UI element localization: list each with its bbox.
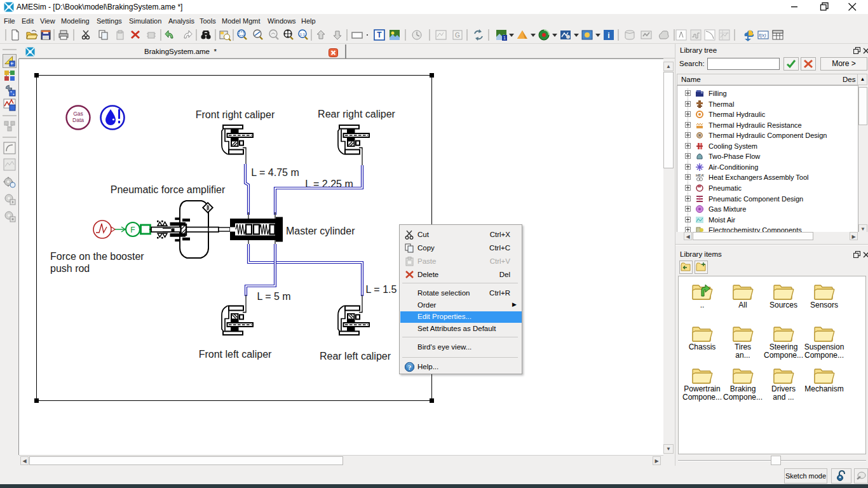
- svg-text:Rear right caliper: Rear right caliper: [318, 109, 396, 119]
- svg-text:Front right caliper: Front right caliper: [196, 109, 275, 120]
- svg-text:L = 5 m: L = 5 m: [257, 291, 290, 302]
- svg-text:F: F: [130, 226, 135, 234]
- svg-text:L = 4.75 m: L = 4.75 m: [251, 167, 299, 178]
- svg-text:Rear left caliper: Rear left caliper: [320, 351, 391, 362]
- svg-text:T: T: [377, 30, 382, 39]
- svg-text:push rod: push rod: [50, 263, 90, 274]
- svg-text:?: ?: [408, 363, 412, 371]
- svg-text:Data: Data: [72, 117, 84, 123]
- svg-text:L = 1.5: L = 1.5: [366, 284, 397, 295]
- svg-text:Force on the booster: Force on the booster: [50, 251, 144, 262]
- svg-text:i: i: [607, 31, 609, 40]
- svg-text:1: 1: [503, 36, 506, 40]
- svg-text:Pneumatic force amplifier: Pneumatic force amplifier: [111, 184, 226, 195]
- svg-text:1:1: 1:1: [300, 32, 306, 36]
- svg-text:G: G: [455, 32, 460, 39]
- svg-text:Master cylinder: Master cylinder: [286, 226, 355, 236]
- svg-text:Gas: Gas: [73, 111, 83, 117]
- svg-text:f(x): f(x): [759, 32, 766, 38]
- svg-text:Front left caliper: Front left caliper: [199, 349, 272, 360]
- svg-text:HEAT: HEAT: [696, 173, 704, 177]
